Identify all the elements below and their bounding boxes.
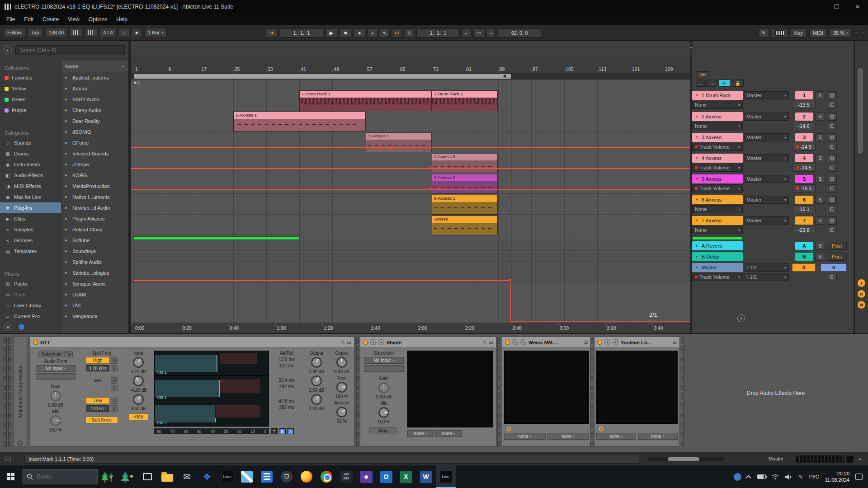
sidebar-item-packs[interactable]: ▤Packs (0, 278, 61, 289)
volume-value[interactable]: -14.6 (792, 122, 816, 130)
high-freq-value[interactable]: 4.28 kHz (86, 365, 109, 371)
fold-track-icon[interactable]: ▾ (694, 218, 700, 224)
task-view-button[interactable] (137, 465, 157, 488)
expand-arrow-icon[interactable]: ▶ (65, 87, 70, 90)
minimize-button[interactable]: — (806, 0, 826, 14)
pan-value[interactable]: C (827, 143, 837, 151)
output-mid-knob[interactable] (311, 375, 322, 386)
sidebar-item-favorites[interactable]: Favorites (0, 72, 61, 83)
automation-select[interactable]: Track Volume▾ (692, 184, 743, 192)
plugin-edit-icon[interactable]: ✦ (378, 339, 384, 345)
follow-button[interactable]: Follow (4, 28, 25, 37)
low-freq-value[interactable]: 120 Hz (86, 405, 109, 412)
expand-arrow-icon[interactable]: ▶ (65, 249, 70, 253)
return-lane-a[interactable] (131, 241, 690, 251)
device-divider-handle[interactable] (497, 337, 500, 447)
multiband-display[interactable]: +36.1 +36.1 +36.1 (154, 351, 269, 427)
arm-button[interactable] (827, 154, 837, 162)
master-automation-tail[interactable] (511, 321, 690, 322)
plugin-param-slot[interactable]: none▾ (407, 430, 434, 437)
solo-button[interactable]: S (815, 175, 825, 183)
minimized-track-header[interactable] (692, 236, 743, 240)
expand-arrow-icon[interactable]: ▶ (65, 293, 70, 296)
mixer-section-toggle[interactable]: M (858, 301, 865, 309)
browser-list-item[interactable]: ▶Infected-Sounds (61, 148, 128, 159)
automation-breakpoint[interactable] (381, 146, 383, 149)
arm-button[interactable] (827, 196, 837, 204)
sidebar-item-user-library[interactable]: ⌂User Library (0, 300, 61, 311)
browser-list-item[interactable]: ▶Applied...ystems (61, 72, 128, 83)
output-routing-select[interactable]: Master▾ (744, 196, 789, 204)
track-lane-6[interactable] (131, 195, 690, 215)
solo-button[interactable]: S (815, 216, 825, 225)
track-header[interactable]: ▾5 Axxess Master▾ 5 S Track Volume▾ -18.… (692, 174, 854, 194)
expand-arrow-icon[interactable]: ▶ (65, 163, 70, 166)
taskbar-calculator[interactable] (257, 465, 277, 488)
volume-value[interactable]: -14.5 (792, 164, 816, 172)
master-lane[interactable] (131, 263, 690, 282)
punch-out-button[interactable]: ¬ (486, 28, 495, 38)
device-title-bar[interactable]: ▾ ✦ Youlean Lo... ▤ (594, 337, 679, 348)
track-header[interactable]: ▾3 Axxess Master▾ 3 S Track Volume▾ -14.… (692, 132, 854, 152)
output-routing-select[interactable]: Master▾ (744, 91, 789, 99)
band-solo-icon[interactable]: ⊙ (111, 377, 118, 384)
arm-button[interactable] (827, 216, 837, 225)
expand-arrow-icon[interactable]: ▶ (65, 130, 70, 134)
sidechain-listen-icon[interactable]: ⊙ (66, 351, 73, 357)
attack-value[interactable]: 13.5 ms (278, 357, 295, 362)
browser-list-item[interactable]: ▶Roland Cloud (61, 224, 128, 235)
pan-value[interactable]: C (827, 205, 837, 213)
browser-list-item[interactable]: ▶Plugin Alliance (61, 213, 128, 224)
browser-list-item[interactable]: ▶Softube (61, 235, 128, 246)
save-preset-icon[interactable]: ▤ (673, 340, 677, 345)
output-low-knob[interactable] (311, 394, 322, 405)
automation-line[interactable] (131, 147, 690, 148)
taskbar-forest-app-icon-1[interactable] (98, 465, 118, 488)
browser-list-item[interactable]: ▶Synapse Audio (61, 278, 128, 289)
plugin-display[interactable] (596, 351, 678, 424)
taskbar-outlook[interactable]: O (376, 465, 396, 488)
automation-line[interactable] (131, 168, 690, 169)
automation-breakpoint[interactable] (389, 146, 392, 149)
attack-value[interactable]: 47.8 ms (278, 399, 295, 404)
automation-breakpoint[interactable] (429, 188, 432, 190)
vertical-scrollbar[interactable] (858, 68, 863, 154)
output-high-knob[interactable] (311, 357, 322, 368)
master-output-select[interactable]: ‖1/2▾ (744, 263, 789, 272)
taskbar-excel[interactable]: X (396, 465, 416, 488)
fold-track-icon[interactable]: ▾ (694, 197, 700, 203)
computer-midi-keyboard-button[interactable] (772, 28, 788, 38)
automation-select[interactable]: None▾ (692, 122, 743, 130)
plugin-display[interactable] (504, 351, 589, 424)
track-lane-5[interactable] (131, 174, 690, 194)
solo-button[interactable]: S (815, 113, 825, 121)
arm-button[interactable] (827, 133, 837, 141)
track-number[interactable]: 1 (795, 91, 813, 99)
slider-thumb[interactable] (668, 457, 699, 461)
device-power-icon[interactable] (505, 340, 510, 345)
mute-button[interactable]: Mute (369, 427, 398, 434)
arrangement-clip[interactable]: 1-Axxess 1 (366, 132, 432, 152)
arrangement-clip[interactable]: Axxess (432, 216, 498, 235)
beat-time-ruler[interactable]: 191725334149576573818997105113121129 (131, 56, 690, 73)
automation-select[interactable]: Track Volume▾ (692, 143, 743, 151)
automation-select[interactable]: None▾ (692, 205, 743, 213)
fold-track-icon[interactable]: ▾ (694, 135, 700, 141)
loop-length-field[interactable]: 92. 0. 0 (498, 28, 541, 38)
display-mode-a[interactable]: A (287, 428, 294, 434)
automation-arm-button[interactable]: ∿ (380, 28, 390, 38)
expand-arrow-icon[interactable]: ▶ (65, 217, 70, 221)
io-section-toggle[interactable]: I (858, 279, 865, 287)
taskbar-live-active[interactable]: Live (436, 465, 456, 488)
track-number[interactable]: 4 (795, 154, 813, 162)
menu-item[interactable]: Edit (19, 14, 38, 25)
loop-end-marker-icon[interactable]: ◀ (503, 74, 506, 78)
draw-automation-button[interactable]: ✎ (718, 80, 730, 87)
locator-marker[interactable]: ▶1 (134, 80, 140, 85)
device-divider-handle[interactable] (356, 337, 359, 447)
rack-title-strip[interactable]: Multiband Compression (14, 337, 27, 447)
input-low-knob[interactable] (133, 394, 144, 405)
mix-knob[interactable] (378, 407, 389, 418)
draw-mode-button[interactable]: ✎ (758, 28, 769, 38)
device-title-bar[interactable]: OTT ↻▤ (30, 337, 354, 348)
